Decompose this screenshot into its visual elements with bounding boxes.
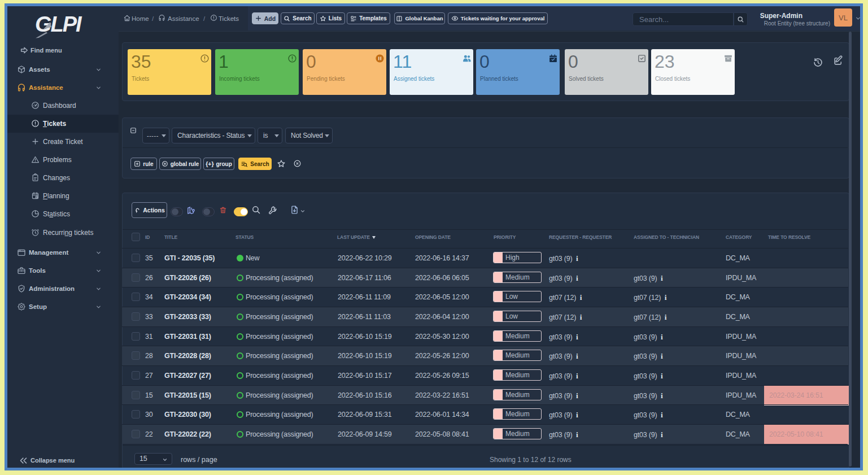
svg-text:GLPI: GLPI [35, 12, 82, 36]
